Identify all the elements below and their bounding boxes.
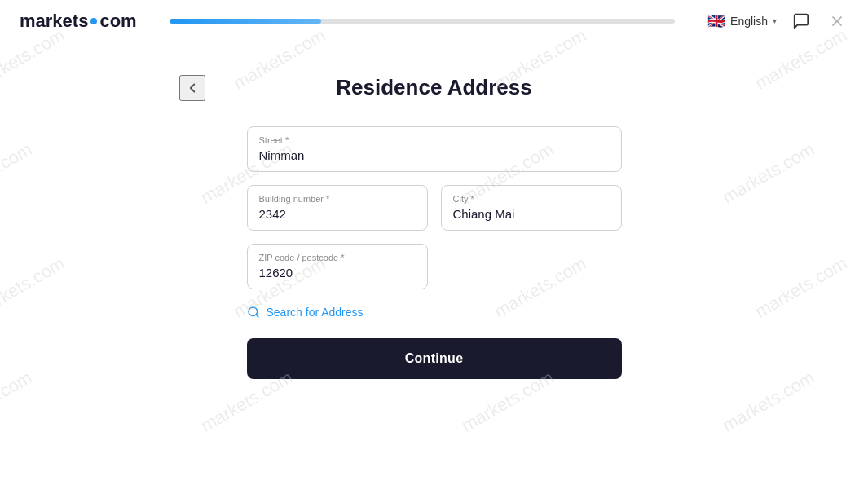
city-input[interactable] — [453, 207, 610, 221]
svg-line-3 — [256, 315, 258, 317]
zip-field-group: ZIP code / postcode * — [247, 244, 622, 289]
chevron-down-icon: ▾ — [773, 16, 777, 25]
progress-bar-container — [170, 19, 675, 24]
city-label: City * — [453, 194, 610, 204]
main-content: Residence Address Street * Building numb… — [0, 42, 868, 379]
app-header: markets com 🇬🇧 English ▾ — [0, 0, 868, 42]
city-input-wrapper: City * — [441, 185, 622, 231]
logo-text: markets — [20, 11, 88, 32]
building-field-group: Building number * — [247, 185, 428, 231]
search-icon — [247, 306, 260, 319]
header-right: 🇬🇧 English ▾ — [707, 10, 848, 33]
flag-icon: 🇬🇧 — [707, 15, 725, 28]
search-address-label: Search for Address — [267, 306, 364, 319]
street-field-group: Street * — [247, 126, 622, 172]
chat-icon[interactable] — [790, 10, 813, 33]
zip-input[interactable] — [259, 266, 416, 280]
street-input-wrapper: Street * — [247, 126, 622, 172]
form-container: Street * Building number * City * — [247, 126, 622, 379]
building-input[interactable] — [259, 207, 416, 221]
city-field-group: City * — [441, 185, 622, 231]
language-selector[interactable]: 🇬🇧 English ▾ — [707, 15, 777, 28]
street-label: Street * — [259, 135, 610, 145]
search-address-button[interactable]: Search for Address — [247, 302, 622, 322]
building-label: Building number * — [259, 194, 416, 204]
zip-label: ZIP code / postcode * — [259, 253, 416, 262]
logo-dot — [90, 18, 97, 24]
logo-suffix: com — [99, 11, 136, 32]
zip-input-wrapper: ZIP code / postcode * — [247, 244, 428, 289]
street-input[interactable] — [259, 148, 610, 162]
building-input-wrapper: Building number * — [247, 185, 428, 231]
continue-button[interactable]: Continue — [247, 338, 622, 379]
progress-bar-fill — [170, 19, 321, 24]
building-city-row: Building number * City * — [247, 185, 622, 231]
language-label: English — [730, 15, 768, 28]
page-title: Residence Address — [336, 75, 531, 100]
logo: markets com — [20, 11, 137, 32]
close-icon[interactable] — [826, 10, 848, 33]
back-button[interactable] — [179, 75, 205, 101]
